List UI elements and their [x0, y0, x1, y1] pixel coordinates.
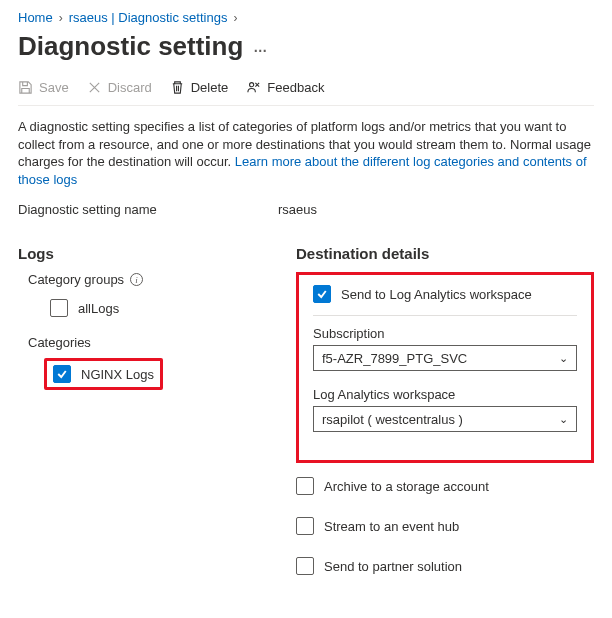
log-analytics-section: Send to Log Analytics workspace Subscrip… — [296, 272, 594, 463]
description: A diagnostic setting specifies a list of… — [18, 118, 594, 188]
check-icon — [316, 288, 328, 300]
nginx-logs-row[interactable]: NGINX Logs — [44, 358, 163, 390]
setting-name-label: Diagnostic setting name — [18, 202, 278, 217]
breadcrumb: Home › rsaeus | Diagnostic settings › — [18, 10, 594, 25]
all-logs-checkbox[interactable] — [50, 299, 68, 317]
send-log-analytics-label: Send to Log Analytics workspace — [341, 287, 532, 302]
send-partner-label: Send to partner solution — [324, 559, 462, 574]
page-title-text: Diagnostic setting — [18, 31, 243, 62]
send-log-analytics-row[interactable]: Send to Log Analytics workspace — [313, 285, 577, 303]
category-groups-label: Category groups i — [28, 272, 278, 287]
delete-icon — [170, 80, 185, 95]
feedback-label: Feedback — [267, 80, 324, 95]
destination-heading: Destination details — [296, 245, 594, 262]
discard-icon — [87, 80, 102, 95]
breadcrumb-diagnostic-settings[interactable]: rsaeus | Diagnostic settings — [69, 10, 228, 25]
archive-storage-checkbox[interactable] — [296, 477, 314, 495]
subscription-field: Subscription f5-AZR_7899_PTG_SVC ⌄ — [313, 315, 577, 371]
archive-storage-label: Archive to a storage account — [324, 479, 489, 494]
archive-storage-row[interactable]: Archive to a storage account — [296, 477, 594, 495]
chevron-down-icon: ⌄ — [559, 413, 568, 426]
chevron-right-icon: › — [233, 11, 237, 25]
subscription-select[interactable]: f5-AZR_7899_PTG_SVC ⌄ — [313, 345, 577, 371]
stream-eventhub-checkbox[interactable] — [296, 517, 314, 535]
page-title: Diagnostic setting … — [18, 31, 594, 62]
breadcrumb-home[interactable]: Home — [18, 10, 53, 25]
send-partner-checkbox[interactable] — [296, 557, 314, 575]
more-actions-icon[interactable]: … — [253, 39, 268, 55]
workspace-label: Log Analytics workspace — [313, 387, 577, 402]
nginx-logs-checkbox[interactable] — [53, 365, 71, 383]
discard-label: Discard — [108, 80, 152, 95]
save-icon — [18, 80, 33, 95]
workspace-value: rsapilot ( westcentralus ) — [322, 412, 463, 427]
delete-button[interactable]: Delete — [170, 80, 229, 95]
info-icon[interactable]: i — [130, 273, 143, 286]
all-logs-label: allLogs — [78, 301, 119, 316]
chevron-right-icon: › — [59, 11, 63, 25]
feedback-icon — [246, 80, 261, 95]
toolbar: Save Discard Delete Feedback — [18, 80, 594, 106]
stream-eventhub-label: Stream to an event hub — [324, 519, 459, 534]
feedback-button[interactable]: Feedback — [246, 80, 324, 95]
chevron-down-icon: ⌄ — [559, 352, 568, 365]
discard-button[interactable]: Discard — [87, 80, 152, 95]
categories-label: Categories — [28, 335, 278, 350]
subscription-value: f5-AZR_7899_PTG_SVC — [322, 351, 467, 366]
workspace-select[interactable]: rsapilot ( westcentralus ) ⌄ — [313, 406, 577, 432]
send-log-analytics-checkbox[interactable] — [313, 285, 331, 303]
workspace-field: Log Analytics workspace rsapilot ( westc… — [313, 383, 577, 432]
destination-panel: Destination details Send to Log Analytic… — [296, 239, 594, 597]
logs-panel: Logs Category groups i allLogs Categorie… — [18, 239, 278, 597]
save-label: Save — [39, 80, 69, 95]
subscription-label: Subscription — [313, 326, 577, 341]
setting-name-row: Diagnostic setting name rsaeus — [18, 202, 594, 231]
delete-label: Delete — [191, 80, 229, 95]
svg-point-0 — [250, 83, 254, 87]
stream-eventhub-row[interactable]: Stream to an event hub — [296, 517, 594, 535]
save-button[interactable]: Save — [18, 80, 69, 95]
send-partner-row[interactable]: Send to partner solution — [296, 557, 594, 575]
setting-name-value: rsaeus — [278, 202, 317, 217]
nginx-logs-label: NGINX Logs — [81, 367, 154, 382]
logs-heading: Logs — [18, 245, 278, 262]
all-logs-row[interactable]: allLogs — [44, 295, 278, 321]
check-icon — [56, 368, 68, 380]
